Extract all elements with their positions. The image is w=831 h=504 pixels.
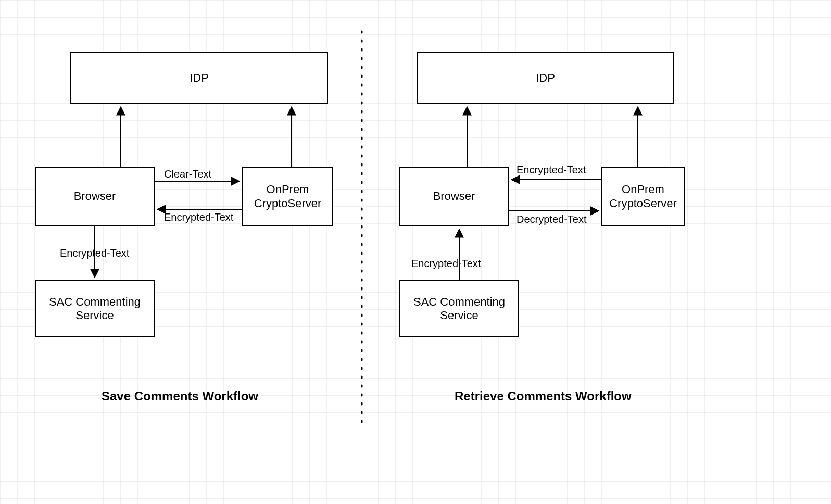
right-sac-label: SAC Commenting Service bbox=[402, 295, 516, 323]
left-crypto-box: OnPrem CryptoServer bbox=[242, 167, 333, 226]
right-sac-box: SAC Commenting Service bbox=[399, 280, 519, 337]
right-crypto-label: OnPrem CryptoServer bbox=[605, 183, 682, 210]
right-crypto-box: OnPrem CryptoServer bbox=[601, 167, 685, 226]
right-idp-box: IDP bbox=[417, 52, 674, 104]
left-workflow-title: Save Comments Workflow bbox=[102, 389, 258, 404]
right-browser-box: Browser bbox=[399, 167, 509, 226]
left-idp-box: IDP bbox=[70, 52, 328, 104]
left-crypto-label: OnPrem CryptoServer bbox=[245, 183, 330, 210]
left-edge-encrypted-down-label: Encrypted-Text bbox=[60, 247, 129, 259]
diagram-canvas: IDP Browser OnPrem CryptoServer SAC Comm… bbox=[0, 0, 831, 504]
left-sac-label: SAC Commenting Service bbox=[38, 295, 152, 323]
right-workflow-title: Retrieve Comments Workflow bbox=[455, 389, 632, 404]
left-edge-clear-text-label: Clear-Text bbox=[164, 168, 211, 180]
left-sac-box: SAC Commenting Service bbox=[35, 280, 155, 337]
right-edge-decrypted-label: Decrypted-Text bbox=[517, 213, 587, 225]
right-edge-encrypted-top-label: Encrypted-Text bbox=[517, 164, 586, 176]
right-edge-encrypted-up-label: Encrypted-Text bbox=[411, 258, 481, 270]
right-browser-label: Browser bbox=[433, 190, 475, 203]
left-edge-encrypted-return-label: Encrypted-Text bbox=[164, 211, 233, 223]
right-idp-label: IDP bbox=[536, 71, 555, 85]
left-browser-box: Browser bbox=[35, 167, 155, 226]
left-browser-label: Browser bbox=[74, 190, 116, 203]
left-idp-label: IDP bbox=[190, 71, 209, 85]
